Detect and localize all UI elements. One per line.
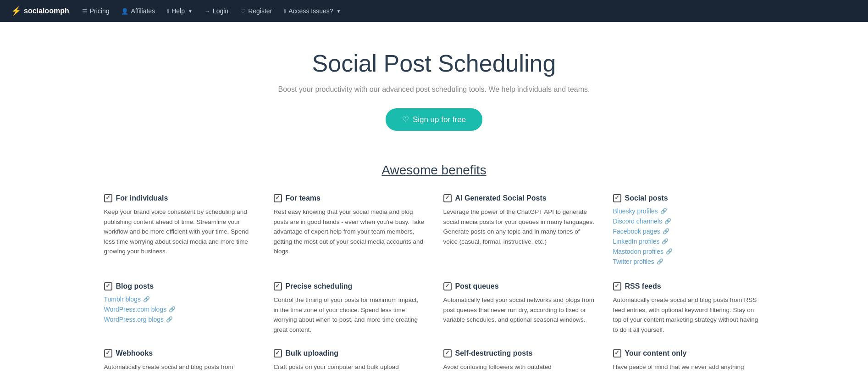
nav-affiliates[interactable]: 👤 Affiliates xyxy=(116,0,160,22)
help-dropdown-arrow: ▼ xyxy=(188,9,193,14)
hero-section: Social Post Scheduling Boost your produc… xyxy=(0,22,868,154)
nav-access-label: Access Issues? xyxy=(288,7,333,15)
checkbox-icon-ai-posts xyxy=(443,194,452,202)
benefit-title-for-teams: For teams xyxy=(274,194,425,202)
checkbox-icon-self-destructing xyxy=(443,349,452,357)
benefit-title-blog-posts: Blog posts xyxy=(104,282,255,290)
benefit-card-your-content-only: Your content onlyHave peace of mind that… xyxy=(613,349,764,372)
signup-button[interactable]: ♡ Sign up for free xyxy=(386,108,482,131)
benefit-link[interactable]: LinkedIn profiles🔗 xyxy=(613,238,669,245)
nav-help[interactable]: ℹ Help ▼ xyxy=(162,0,197,22)
benefit-title-text-blog-posts: Blog posts xyxy=(116,282,154,290)
nav-access-issues[interactable]: ℹ Access Issues? ▼ xyxy=(279,0,345,22)
list-item: Twitter profiles🔗 xyxy=(613,257,764,266)
benefit-body-self-destructing: Avoid confusing followers with outdated xyxy=(443,362,595,372)
benefit-card-bulk-uploading: Bulk uploadingCraft posts on your comput… xyxy=(274,349,425,372)
benefit-link[interactable]: WordPress.com blogs🔗 xyxy=(104,306,176,313)
benefit-title-bulk-uploading: Bulk uploading xyxy=(274,349,425,357)
benefit-title-post-queues: Post queues xyxy=(443,282,595,290)
benefit-body-ai-posts: Leverage the power of the ChatGPT API to… xyxy=(443,207,595,246)
nav-register[interactable]: ♡ Register xyxy=(236,0,276,22)
benefit-card-precise-scheduling: Precise schedulingControl the timing of … xyxy=(274,282,425,335)
benefit-body-webhooks: Automatically create social and blog pos… xyxy=(104,362,255,372)
hero-title: Social Post Scheduling xyxy=(9,50,859,77)
main-nav: ⚡ socialoomph ☰ Pricing 👤 Affiliates ℹ H… xyxy=(0,0,868,22)
benefit-link[interactable]: Tumblr blogs🔗 xyxy=(104,296,150,303)
link-list-social-posts: Bluesky profiles🔗Discord channels🔗Facebo… xyxy=(613,207,764,266)
register-icon: ♡ xyxy=(240,8,246,15)
nav-login[interactable]: → Login xyxy=(200,0,233,22)
benefit-card-self-destructing: Self-destructing postsAvoid confusing fo… xyxy=(443,349,595,372)
benefit-link[interactable]: WordPress.org blogs🔗 xyxy=(104,316,173,323)
benefit-body-post-queues: Automatically feed your social networks … xyxy=(443,295,595,325)
nav-register-label: Register xyxy=(248,7,272,15)
benefit-title-text-self-destructing: Self-destructing posts xyxy=(455,349,533,357)
benefit-title-text-ai-posts: AI Generated Social Posts xyxy=(455,194,547,202)
benefit-link[interactable]: Facebook pages🔗 xyxy=(613,228,670,235)
benefit-title-text-bulk-uploading: Bulk uploading xyxy=(286,349,339,357)
benefit-title-text-for-individuals: For individuals xyxy=(116,194,168,202)
checkbox-icon-post-queues xyxy=(443,282,452,290)
benefits-grid: For individualsKeep your brand voice con… xyxy=(104,194,764,372)
signup-heart-icon: ♡ xyxy=(402,115,409,124)
list-item: WordPress.org blogs🔗 xyxy=(104,315,255,324)
checkbox-icon-rss-feeds xyxy=(613,282,621,290)
pricing-icon: ☰ xyxy=(82,8,88,15)
checkbox-icon-blog-posts xyxy=(104,282,112,290)
signup-label: Sign up for free xyxy=(413,115,466,124)
benefit-body-for-teams: Rest easy knowing that your social media… xyxy=(274,207,425,257)
nav-pricing[interactable]: ☰ Pricing xyxy=(77,0,114,22)
benefit-title-text-rss-feeds: RSS feeds xyxy=(625,282,661,290)
list-item: LinkedIn profiles🔗 xyxy=(613,237,764,246)
link-chain-icon: 🔗 xyxy=(662,238,669,245)
benefit-link[interactable]: Discord channels🔗 xyxy=(613,218,671,225)
benefits-title: Awesome benefits xyxy=(104,163,764,178)
benefit-body-precise-scheduling: Control the timing of your posts for max… xyxy=(274,295,425,335)
benefit-card-webhooks: WebhooksAutomatically create social and … xyxy=(104,349,255,372)
checkbox-icon-your-content-only xyxy=(613,349,621,357)
benefit-body-rss-feeds: Automatically create social and blog pos… xyxy=(613,295,764,335)
benefit-title-self-destructing: Self-destructing posts xyxy=(443,349,595,357)
benefit-title-for-individuals: For individuals xyxy=(104,194,255,202)
hero-subtitle: Boost your productivity with our advance… xyxy=(9,85,859,94)
link-chain-icon: 🔗 xyxy=(660,208,667,214)
benefit-card-post-queues: Post queuesAutomatically feed your socia… xyxy=(443,282,595,335)
list-item: Tumblr blogs🔗 xyxy=(104,295,255,303)
benefit-link[interactable]: Mastodon profiles🔗 xyxy=(613,248,673,255)
list-item: Facebook pages🔗 xyxy=(613,227,764,235)
link-chain-icon: 🔗 xyxy=(657,258,663,265)
benefit-title-rss-feeds: RSS feeds xyxy=(613,282,764,290)
nav-pricing-label: Pricing xyxy=(90,7,110,15)
affiliates-icon: 👤 xyxy=(121,8,128,15)
benefit-title-ai-posts: AI Generated Social Posts xyxy=(443,194,595,202)
access-icon: ℹ xyxy=(284,8,286,15)
benefit-title-webhooks: Webhooks xyxy=(104,349,255,357)
benefit-link[interactable]: Twitter profiles🔗 xyxy=(613,258,663,265)
list-item: Discord channels🔗 xyxy=(613,217,764,225)
benefit-card-rss-feeds: RSS feedsAutomatically create social and… xyxy=(613,282,764,335)
nav-login-label: Login xyxy=(213,7,228,15)
benefit-title-social-posts: Social posts xyxy=(613,194,764,202)
list-item: WordPress.com blogs🔗 xyxy=(104,305,255,313)
benefit-title-precise-scheduling: Precise scheduling xyxy=(274,282,425,290)
checkbox-icon-for-individuals xyxy=(104,194,112,202)
logo-icon: ⚡ xyxy=(11,6,21,16)
link-list-blog-posts: Tumblr blogs🔗WordPress.com blogs🔗WordPre… xyxy=(104,295,255,324)
benefit-link[interactable]: Bluesky profiles🔗 xyxy=(613,207,667,215)
list-item: Bluesky profiles🔗 xyxy=(613,207,764,215)
benefit-title-text-social-posts: Social posts xyxy=(625,194,668,202)
benefit-title-your-content-only: Your content only xyxy=(613,349,764,357)
checkbox-icon-for-teams xyxy=(274,194,282,202)
benefits-section: Awesome benefits For individualsKeep you… xyxy=(67,154,801,391)
benefit-title-text-post-queues: Post queues xyxy=(455,282,499,290)
login-icon: → xyxy=(205,8,210,15)
link-chain-icon: 🔗 xyxy=(169,306,176,313)
access-dropdown-arrow: ▼ xyxy=(337,9,341,14)
link-chain-icon: 🔗 xyxy=(666,248,673,255)
checkbox-icon-social-posts xyxy=(613,194,621,202)
brand-logo[interactable]: ⚡ socialoomph xyxy=(11,6,69,16)
benefit-body-your-content-only: Have peace of mind that we never add any… xyxy=(613,362,764,372)
benefit-card-ai-posts: AI Generated Social PostsLeverage the po… xyxy=(443,194,595,268)
benefit-card-blog-posts: Blog postsTumblr blogs🔗WordPress.com blo… xyxy=(104,282,255,335)
checkbox-icon-webhooks xyxy=(104,349,112,357)
